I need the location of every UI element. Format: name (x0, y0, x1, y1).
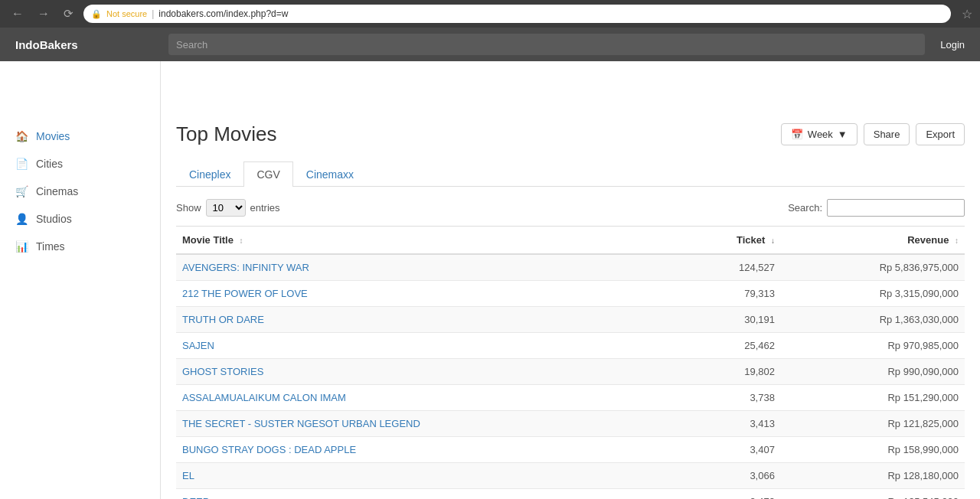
col-revenue[interactable]: Revenue ↕ (781, 227, 965, 255)
cities-icon: 📄 (15, 158, 28, 170)
cell-ticket: 3,738 (679, 385, 781, 411)
sidebar-item-cinemas[interactable]: 🛒 Cinemas (0, 178, 160, 205)
sidebar-item-studios-label: Studios (36, 213, 72, 225)
table-row: AVENGERS: INFINITY WAR 124,527 Rp 5,836,… (176, 254, 965, 281)
col-ticket[interactable]: Ticket ↓ (679, 227, 781, 255)
tab-cineplex[interactable]: Cineplex (176, 161, 243, 187)
cell-revenue: Rp 970,985,000 (781, 333, 965, 359)
cell-revenue: Rp 121,825,000 (781, 411, 965, 437)
table-row: TRUTH OR DARE 30,191 Rp 1,363,030,000 (176, 307, 965, 333)
sort-icon-revenue: ↕ (955, 236, 959, 245)
page-title: Top Movies (176, 122, 277, 146)
table-row: BUNGO STRAY DOGS : DEAD APPLE 3,407 Rp 1… (176, 437, 965, 463)
col-ticket-label: Ticket (737, 234, 765, 246)
back-button[interactable]: ← (8, 5, 28, 22)
sidebar: 🏠 Movies 📄 Cities 🛒 Cinemas 👤 Studios 📊 … (0, 61, 161, 499)
page-header: Top Movies 📅 Week ▼ Share Export (176, 122, 965, 146)
entries-select[interactable]: 10 25 50 100 (206, 199, 246, 217)
sidebar-item-cities-label: Cities (36, 158, 63, 170)
cell-movie-title: AVENGERS: INFINITY WAR (176, 254, 679, 281)
cell-movie-title: SAJEN (176, 333, 679, 359)
forward-button[interactable]: → (34, 5, 54, 22)
sidebar-item-cinemas-label: Cinemas (36, 185, 78, 197)
tabs-container: Cineplex CGV Cinemaxx (176, 161, 965, 187)
cell-movie-title: THE SECRET - SUSTER NGESOT URBAN LEGEND (176, 411, 679, 437)
cell-ticket: 124,527 (679, 254, 781, 281)
show-entries: Show 10 25 50 100 entries (176, 199, 280, 217)
table-row: THE SECRET - SUSTER NGESOT URBAN LEGEND … (176, 411, 965, 437)
calendar-icon: 📅 (791, 129, 803, 140)
table-row: ASSALAMUALAIKUM CALON IMAM 3,738 Rp 151,… (176, 385, 965, 411)
address-bar[interactable]: 🔒 Not secure | indobakers.com/index.php?… (83, 5, 951, 23)
sidebar-item-times-label: Times (36, 240, 65, 253)
cell-ticket: 3,066 (679, 463, 781, 489)
cell-revenue: Rp 3,315,090,000 (781, 281, 965, 307)
cell-movie-title: TRUTH OR DARE (176, 307, 679, 333)
cell-ticket: 3,407 (679, 437, 781, 463)
cell-movie-title: DEEP (176, 489, 679, 500)
sidebar-item-movies[interactable]: 🏠 Movies (0, 122, 160, 150)
reload-button[interactable]: ⟳ (60, 5, 77, 22)
cell-revenue: Rp 990,090,000 (781, 359, 965, 385)
cell-revenue: Rp 125,545,000 (781, 489, 965, 500)
col-movie-title[interactable]: Movie Title ↕ (176, 227, 679, 255)
cell-movie-title: ASSALAMUALAIKUM CALON IMAM (176, 385, 679, 411)
browser-chrome: ← → ⟳ 🔒 Not secure | indobakers.com/inde… (0, 0, 980, 28)
table-row: 212 THE POWER OF LOVE 79,313 Rp 3,315,09… (176, 281, 965, 307)
brand-logo: IndoBakers (15, 38, 168, 51)
studios-icon: 👤 (15, 213, 28, 225)
share-button[interactable]: Share (864, 123, 910, 145)
entries-label: entries (250, 202, 280, 214)
cell-ticket: 79,313 (679, 281, 781, 307)
chevron-down-icon: ▼ (838, 129, 848, 140)
cell-ticket: 25,462 (679, 333, 781, 359)
cell-movie-title: GHOST STORIES (176, 359, 679, 385)
sidebar-item-studios[interactable]: 👤 Studios (0, 205, 160, 233)
week-label: Week (808, 129, 833, 140)
table-search-input[interactable] (827, 199, 965, 217)
not-secure-label: Not secure (106, 9, 147, 18)
table-header: Movie Title ↕ Ticket ↓ Revenue ↕ (176, 227, 965, 255)
cell-movie-title: EL (176, 463, 679, 489)
login-button[interactable]: Login (940, 39, 965, 51)
cell-ticket: 2,473 (679, 489, 781, 500)
col-movie-title-label: Movie Title (182, 234, 234, 246)
week-button[interactable]: 📅 Week ▼ (781, 123, 858, 145)
search-bar: Search: (788, 199, 965, 217)
cell-revenue: Rp 128,180,000 (781, 463, 965, 489)
sidebar-item-times[interactable]: 📊 Times (0, 233, 160, 260)
tab-cgv[interactable]: CGV (243, 161, 292, 187)
export-button[interactable]: Export (916, 123, 965, 145)
cell-revenue: Rp 1,363,030,000 (781, 307, 965, 333)
sort-icon-ticket: ↓ (771, 236, 775, 245)
table-row: SAJEN 25,462 Rp 970,985,000 (176, 333, 965, 359)
home-icon: 🏠 (15, 130, 28, 142)
cell-ticket: 19,802 (679, 359, 781, 385)
data-table: Movie Title ↕ Ticket ↓ Revenue ↕ (176, 226, 965, 499)
tab-cinemaxx[interactable]: Cinemaxx (293, 161, 367, 187)
cell-revenue: Rp 158,990,000 (781, 437, 965, 463)
header-actions: 📅 Week ▼ Share Export (781, 123, 965, 145)
topbar: IndoBakers Login (0, 28, 980, 61)
search-input[interactable] (168, 34, 925, 55)
cell-movie-title: BUNGO STRAY DOGS : DEAD APPLE (176, 437, 679, 463)
bookmark-icon[interactable]: ☆ (962, 7, 972, 21)
cell-ticket: 3,413 (679, 411, 781, 437)
cell-movie-title: 212 THE POWER OF LOVE (176, 281, 679, 307)
cell-ticket: 30,191 (679, 307, 781, 333)
main-content: Top Movies 📅 Week ▼ Share Export Cineple… (161, 61, 980, 499)
cell-revenue: Rp 5,836,975,000 (781, 254, 965, 281)
lock-icon: 🔒 (91, 9, 102, 19)
table-row: DEEP 2,473 Rp 125,545,000 (176, 489, 965, 500)
times-icon: 📊 (15, 240, 28, 253)
table-row: EL 3,066 Rp 128,180,000 (176, 463, 965, 489)
col-revenue-label: Revenue (907, 234, 949, 246)
table-controls: Show 10 25 50 100 entries Search: (176, 199, 965, 217)
cell-revenue: Rp 151,290,000 (781, 385, 965, 411)
sidebar-item-cities[interactable]: 📄 Cities (0, 150, 160, 178)
table-body: AVENGERS: INFINITY WAR 124,527 Rp 5,836,… (176, 254, 965, 499)
url-text: indobakers.com/index.php?d=w (158, 8, 288, 19)
table-row: GHOST STORIES 19,802 Rp 990,090,000 (176, 359, 965, 385)
sidebar-item-movies-label: Movies (36, 130, 70, 142)
cinemas-icon: 🛒 (15, 185, 28, 197)
